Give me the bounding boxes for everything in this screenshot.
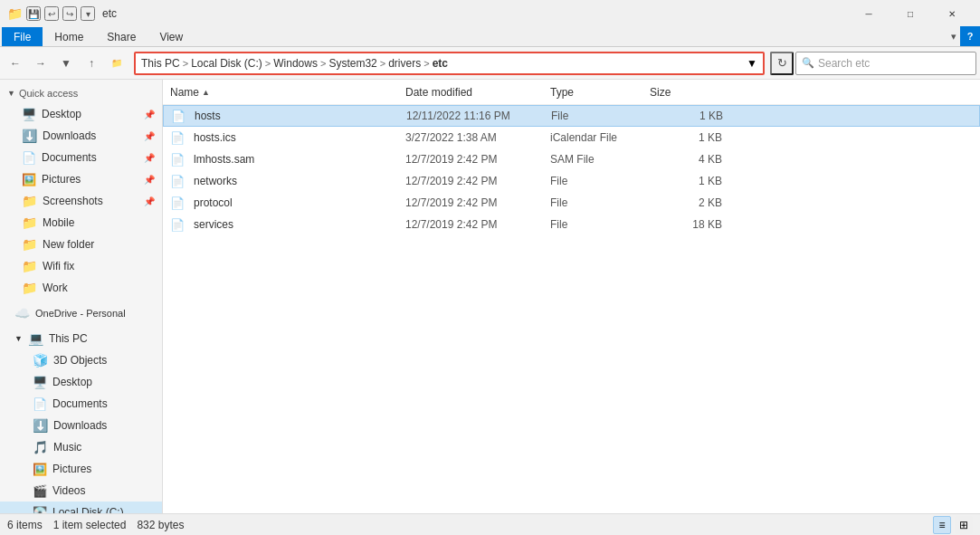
file-size-cell: 2 KB xyxy=(650,196,722,209)
ribbon-collapse[interactable]: ▾ ? xyxy=(947,26,980,46)
breadcrumb-drivers[interactable]: drivers xyxy=(388,57,421,70)
sidebar-item-screenshots[interactable]: 📁 Screenshots 📌 xyxy=(0,190,162,212)
file-date-cell: 12/7/2019 2:42 PM xyxy=(405,196,550,209)
address-expand-icon[interactable]: ▼ xyxy=(747,57,757,70)
file-row[interactable]: 📄 hosts.ics 3/27/2022 1:38 AM iCalendar … xyxy=(163,127,980,148)
file-list: 📄 hosts 12/11/2022 11:16 PM File 1 KB 📄 … xyxy=(163,105,980,513)
sidebar-3d-label: 3D Objects xyxy=(53,354,107,367)
quick-access-label: Quick access xyxy=(19,88,78,99)
col-name-label: Name xyxy=(170,86,199,99)
file-icon: 📄 xyxy=(170,196,185,210)
file-row[interactable]: 📄 hosts 12/11/2022 11:16 PM File 1 KB xyxy=(163,105,980,127)
sidebar-item-desktop-pc[interactable]: 🖥️ Desktop xyxy=(0,371,162,393)
col-header-size[interactable]: Size xyxy=(650,86,722,99)
videos-icon: 🎬 xyxy=(33,484,47,498)
file-size-cell: 1 KB xyxy=(650,175,722,187)
search-icon: 🔍 xyxy=(802,57,814,69)
customize-button[interactable]: ▾ xyxy=(81,6,95,21)
redo-button[interactable]: ↪ xyxy=(62,6,77,21)
pin-icon-docs: 📌 xyxy=(144,153,155,163)
onedrive-icon: ☁️ xyxy=(14,306,30,320)
navigation-bar: ← → ▼ ↑ 📁 This PC > Local Disk (C:) > Wi… xyxy=(0,47,980,80)
sidebar-item-desktop[interactable]: 🖥️ Desktop 📌 xyxy=(0,103,162,125)
file-row[interactable]: 📄 services 12/7/2019 2:42 PM File 18 KB xyxy=(163,214,980,235)
sidebar-desktop-label: Desktop xyxy=(42,108,81,120)
close-button[interactable]: ✕ xyxy=(931,0,973,27)
recent-locations-button[interactable]: ▼ xyxy=(54,52,78,75)
breadcrumb-etc[interactable]: etc xyxy=(433,57,448,70)
help-button[interactable]: ? xyxy=(960,26,980,46)
breadcrumb-windows[interactable]: Windows xyxy=(273,57,318,70)
minimize-button[interactable]: ─ xyxy=(848,0,890,27)
col-header-name[interactable]: Name ▲ xyxy=(170,86,405,99)
sidebar-item-downloads-pc[interactable]: ⬇️ Downloads xyxy=(0,415,162,436)
large-icons-button[interactable]: ⊞ xyxy=(955,516,973,534)
sidebar-wifi-fix-label: Wifi fix xyxy=(43,260,74,272)
sidebar-item-onedrive[interactable]: ☁️ OneDrive - Personal xyxy=(0,302,162,324)
sidebar-item-music[interactable]: 🎵 Music xyxy=(0,436,162,458)
tab-home[interactable]: Home xyxy=(43,27,95,46)
documents-icon: 📄 xyxy=(22,151,36,165)
file-type-cell: SAM File xyxy=(550,153,650,166)
tab-view[interactable]: View xyxy=(147,27,195,46)
file-row[interactable]: 📄 protocol 12/7/2019 2:42 PM File 2 KB xyxy=(163,192,980,214)
breadcrumb-sep-2: > xyxy=(265,58,271,69)
status-bar: 6 items 1 item selected 832 bytes ≡ ⊞ xyxy=(0,513,980,535)
sidebar-item-mobile[interactable]: 📁 Mobile xyxy=(0,212,162,234)
sidebar-item-pictures-pc[interactable]: 🖼️ Pictures xyxy=(0,458,162,480)
back-button[interactable]: ← xyxy=(4,52,27,75)
refresh-button[interactable]: ↻ xyxy=(770,52,794,75)
search-box[interactable]: 🔍 Search etc xyxy=(795,52,976,75)
sidebar: ▼ Quick access 🖥️ Desktop 📌 ⬇️ Downloads… xyxy=(0,80,163,513)
sidebar-item-wifi-fix[interactable]: 📁 Wifi fix xyxy=(0,255,162,277)
sidebar-item-new-folder[interactable]: 📁 New folder xyxy=(0,234,162,255)
sidebar-item-documents-pc[interactable]: 📄 Documents xyxy=(0,393,162,415)
col-header-date[interactable]: Date modified xyxy=(405,86,550,99)
breadcrumb-thispc[interactable]: This PC xyxy=(141,57,180,70)
maximize-button[interactable]: □ xyxy=(890,0,931,27)
sidebar-documents-pc-label: Documents xyxy=(52,397,108,410)
save-button[interactable]: 💾 xyxy=(26,6,41,21)
desktop-icon: 🖥️ xyxy=(22,108,36,121)
file-size-cell: 1 KB xyxy=(650,131,722,144)
sidebar-item-documents-qa[interactable]: 📄 Documents 📌 xyxy=(0,147,162,168)
file-name: networks xyxy=(194,175,237,187)
window-title: etc xyxy=(102,7,848,20)
quick-access-toolbar[interactable]: 📁 💾 ↩ ↪ ▾ xyxy=(7,6,95,21)
breadcrumb-sep-5: > xyxy=(423,58,429,69)
file-date-cell: 12/7/2019 2:42 PM xyxy=(405,218,550,231)
sidebar-item-pictures-qa[interactable]: 🖼️ Pictures 📌 xyxy=(0,168,162,190)
file-icon: 📄 xyxy=(171,110,186,123)
pictures-pc-icon: 🖼️ xyxy=(33,463,47,476)
sidebar-item-videos[interactable]: 🎬 Videos xyxy=(0,480,162,502)
tab-file[interactable]: File xyxy=(2,27,43,46)
sidebar-quick-access-header[interactable]: ▼ Quick access xyxy=(0,83,162,103)
tab-share[interactable]: Share xyxy=(95,27,147,46)
col-header-type[interactable]: Type xyxy=(550,86,650,99)
breadcrumb-sep-3: > xyxy=(320,58,326,69)
sidebar-item-3d-objects[interactable]: 🧊 3D Objects xyxy=(0,349,162,371)
file-name-cell: 📄 lmhosts.sam xyxy=(170,153,405,167)
sidebar-item-local-disk[interactable]: 💽 Local Disk (C:) xyxy=(0,502,162,513)
sidebar-pictures-label: Pictures xyxy=(42,173,81,186)
up-button[interactable]: ↑ xyxy=(80,52,103,75)
forward-button[interactable]: → xyxy=(29,52,52,75)
sidebar-item-downloads-qa[interactable]: ⬇️ Downloads 📌 xyxy=(0,125,162,147)
sidebar-item-this-pc[interactable]: ▼ 💻 This PC xyxy=(0,328,162,349)
undo-button[interactable]: ↩ xyxy=(44,6,59,21)
breadcrumb-system32[interactable]: System32 xyxy=(328,57,376,70)
file-name: protocol xyxy=(194,196,233,209)
address-bar[interactable]: This PC > Local Disk (C:) > Windows > Sy… xyxy=(134,52,765,75)
details-view-button[interactable]: ≡ xyxy=(933,516,951,534)
folder-history-button[interactable]: 📁 xyxy=(105,52,128,75)
file-row[interactable]: 📄 networks 12/7/2019 2:42 PM File 1 KB xyxy=(163,170,980,192)
file-row[interactable]: 📄 lmhosts.sam 12/7/2019 2:42 PM SAM File… xyxy=(163,148,980,170)
sidebar-new-folder-label: New folder xyxy=(43,238,94,251)
collapse-ribbon-button[interactable]: ▾ xyxy=(947,31,960,43)
file-date-cell: 12/11/2022 11:16 PM xyxy=(406,110,551,122)
file-icon: 📄 xyxy=(170,218,185,232)
breadcrumb-localdisk[interactable]: Local Disk (C:) xyxy=(191,57,262,70)
sidebar-item-work[interactable]: 📁 Work xyxy=(0,277,162,299)
file-name: services xyxy=(194,218,233,231)
expand-icon: ▼ xyxy=(7,89,15,98)
